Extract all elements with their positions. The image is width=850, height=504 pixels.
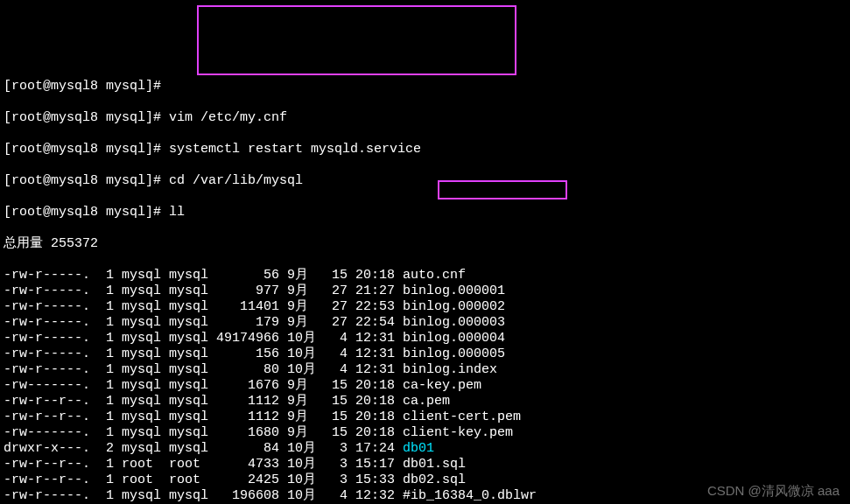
prompt-line: [root@mysql8 mysql]# cd /var/lib/mysql bbox=[4, 173, 846, 189]
list-item: -rw-r-----. 1 mysql mysql 977 9月 27 21:2… bbox=[4, 284, 846, 299]
file-name: binlog.000003 bbox=[403, 315, 505, 330]
list-item: drwxr-x---. 2 mysql mysql 84 10月 3 17:24… bbox=[4, 441, 846, 457]
file-name: client-cert.pem bbox=[403, 410, 521, 424]
list-item: -rw-r--r--. 1 mysql mysql 1112 9月 15 20:… bbox=[4, 394, 846, 410]
list-item: -rw-r-----. 1 mysql mysql 156 10月 4 12:3… bbox=[4, 346, 846, 362]
watermark: CSDN @清风微凉 aaa bbox=[707, 483, 839, 499]
file-name: ca-key.pem bbox=[403, 378, 481, 393]
file-name: client-key.pem bbox=[403, 425, 513, 440]
file-name: binlog.000002 bbox=[403, 299, 505, 314]
file-name: binlog.000001 bbox=[403, 284, 505, 298]
terminal-output[interactable]: [root@mysql8 mysql]# [root@mysql8 mysql]… bbox=[0, 63, 850, 504]
prompt-line: [root@mysql8 mysql]# ll bbox=[4, 205, 846, 220]
file-listing: -rw-r-----. 1 mysql mysql 56 9月 15 20:18… bbox=[4, 268, 846, 504]
list-item: -rw-------. 1 mysql mysql 1680 9月 15 20:… bbox=[4, 425, 846, 441]
total-line: 总用量 255372 bbox=[4, 236, 846, 252]
list-item: -rw-r--r--. 1 mysql mysql 1112 9月 15 20:… bbox=[4, 410, 846, 425]
prompt-line: [root@mysql8 mysql]# vim /etc/my.cnf bbox=[4, 110, 846, 126]
file-name: auto.cnf bbox=[403, 268, 466, 283]
list-item: -rw-r-----. 1 mysql mysql 56 9月 15 20:18… bbox=[4, 268, 846, 284]
list-item: -rw-r--r--. 1 root root 4733 10月 3 15:17… bbox=[4, 457, 846, 472]
file-name: ca.pem bbox=[403, 394, 450, 409]
file-name: db01.sql bbox=[403, 457, 466, 472]
list-item: -rw-r-----. 1 mysql mysql 179 9月 27 22:5… bbox=[4, 315, 846, 331]
list-item: -rw-------. 1 mysql mysql 1676 9月 15 20:… bbox=[4, 378, 846, 394]
list-item: -rw-r-----. 1 mysql mysql 80 10月 4 12:31… bbox=[4, 362, 846, 378]
list-item: -rw-r-----. 1 mysql mysql 49174966 10月 4… bbox=[4, 331, 846, 346]
prompt-line: [root@mysql8 mysql]# systemctl restart m… bbox=[4, 142, 846, 158]
file-name: #ib_16384_0.dblwr bbox=[403, 488, 537, 503]
file-name: binlog.index bbox=[403, 362, 497, 377]
file-name: db01 bbox=[403, 441, 434, 456]
prompt-line: [root@mysql8 mysql]# bbox=[4, 79, 846, 94]
file-name: binlog.000005 bbox=[403, 346, 505, 361]
list-item: -rw-r-----. 1 mysql mysql 11401 9月 27 22… bbox=[4, 299, 846, 315]
file-name: binlog.000004 bbox=[403, 331, 505, 346]
file-name: db02.sql bbox=[403, 472, 466, 487]
